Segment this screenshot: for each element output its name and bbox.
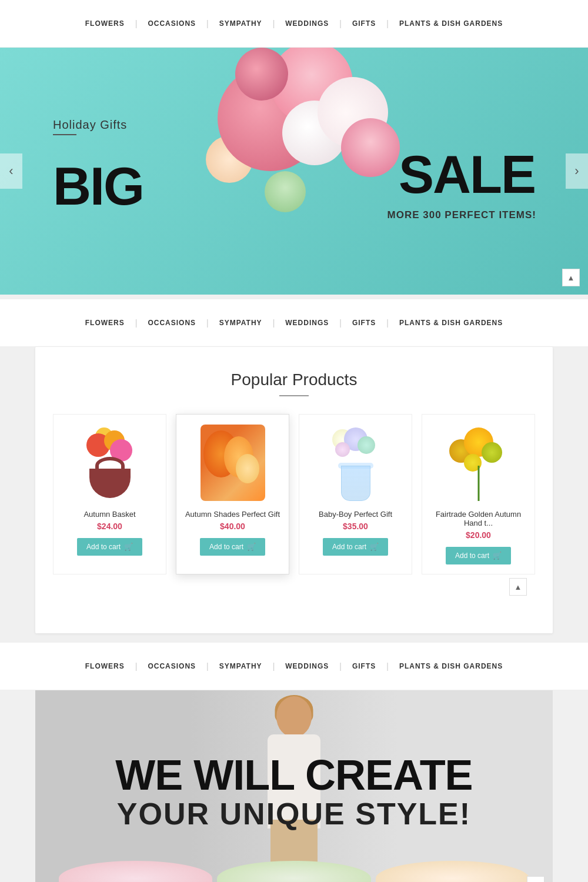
third-navigation: FLOWERS | OCCASIONS | SYMPATHY | WEDDING… [0,643,588,690]
hero-bouquet [171,48,417,295]
golden-stem [477,466,479,501]
hero-tag-area: Holiday Gifts [53,118,127,147]
slider-prev-button[interactable]: ‹ [0,153,22,189]
banner-flower-pile-2 [217,861,370,882]
add-to-cart-label-3: Add to cart [455,552,489,560]
nav2-sympathy[interactable]: SYMPATHY [209,319,273,327]
banner-text-area: WE WILL CREATE YOUR UNIQUE STYLE! [65,754,523,831]
nav-gifts[interactable]: GIFTS [342,19,386,28]
banner-flower-pile-3 [376,861,529,882]
banner-flowers [59,849,529,882]
nav3-plants[interactable]: PLANTS & DISH GARDENS [389,662,513,670]
vase-flower-4 [335,442,350,457]
flower-illustration-vase [329,425,382,501]
add-to-cart-label-0: Add to cart [86,543,121,551]
nav-bar-3: FLOWERS | OCCASIONS | SYMPATHY | WEDDING… [0,651,588,681]
second-navigation: FLOWERS | OCCASIONS | SYMPATHY | WEDDING… [0,299,588,347]
cart-icon-2: 🛒 [370,543,379,551]
product-image-autumn-basket [59,422,160,504]
nav2-flowers[interactable]: FLOWERS [75,319,135,327]
add-to-cart-label-1: Add to cart [209,543,243,551]
product-name-3: Fairtrade Golden Autumn Hand t... [428,510,529,527]
scroll-top-button-products[interactable]: ▲ [509,578,527,596]
nav2-occasions[interactable]: OCCASIONS [137,319,206,327]
nav-sympathy[interactable]: SYMPATHY [209,19,273,28]
popular-products-section: Popular Products Autumn Basket $24.00 [35,347,553,633]
add-to-cart-button-2[interactable]: Add to cart 🛒 [323,538,388,556]
hero-subtitle: MORE 300 PERFECT ITEMS! [387,209,536,221]
golden-flower-3 [482,442,502,463]
style-banner: WE WILL CREATE YOUR UNIQUE STYLE! ▲ [35,690,553,882]
product-name-0: Autumn Basket [59,510,160,519]
hero-big-text-right: SALE [399,145,535,205]
nav-weddings[interactable]: WEDDINGS [275,19,339,28]
hero-holiday-tag: Holiday Gifts [53,118,127,132]
product-price-0: $24.00 [59,522,160,531]
product-card-autumn-basket[interactable]: Autumn Basket $24.00 Add to cart 🛒 [53,414,166,574]
product-card-autumn-shades[interactable]: Autumn Shades Perfect Gift $40.00 Add to… [176,414,289,574]
product-name-2: Baby-Boy Perfect Gift [305,510,406,519]
products-section-wrapper: FLOWERS | OCCASIONS | SYMPATHY | WEDDING… [0,295,588,638]
product-name-1: Autumn Shades Perfect Gift [182,510,283,519]
flower-illustration-basket [78,427,142,498]
cart-icon-1: 🛒 [247,543,256,551]
nav2-weddings[interactable]: WEDDINGS [275,319,339,327]
flower-pink-small [235,48,288,101]
nav-plants[interactable]: PLANTS & DISH GARDENS [389,19,513,28]
flower-side [341,118,400,177]
nav3-gifts[interactable]: GIFTS [342,662,386,670]
nav-flowers[interactable]: FLOWERS [75,19,135,28]
cart-icon-3: 🛒 [493,552,502,560]
add-to-cart-label-2: Add to cart [332,543,366,551]
cart-icon-0: 🛒 [124,543,133,551]
product-card-golden-autumn[interactable]: Fairtrade Golden Autumn Hand t... $20.00… [422,414,535,574]
banner-section-wrapper: FLOWERS | OCCASIONS | SYMPATHY | WEDDING… [0,638,588,882]
add-to-cart-button-1[interactable]: Add to cart 🛒 [200,538,265,556]
scroll-top-button-banner[interactable]: ▲ [527,876,544,882]
flower-shade-3 [236,454,259,483]
products-grid: Autumn Basket $24.00 Add to cart 🛒 Autum… [53,414,535,574]
add-to-cart-button-0[interactable]: Add to cart 🛒 [77,538,142,556]
product-price-3: $20.00 [428,530,529,540]
hero-banner: Holiday Gifts BIG SALE MORE 300 PERFECT … [0,48,588,295]
nav3-weddings[interactable]: WEDDINGS [275,662,339,670]
flower-green [265,171,306,212]
banner-headline-1: WE WILL CREATE [65,754,523,796]
flower-illustration-shades [201,425,265,501]
vase-flower-3 [358,436,375,454]
nav2-plants[interactable]: PLANTS & DISH GARDENS [389,319,513,327]
person-head [276,696,312,737]
banner-flower-pile-1 [59,861,212,882]
basket-body [89,469,131,498]
nav3-sympathy[interactable]: SYMPATHY [209,662,273,670]
product-image-autumn-shades [182,422,283,504]
banner-headline-2: YOUR UNIQUE STYLE! [65,796,523,831]
products-heading: Popular Products [53,370,535,389]
nav-bar-2: FLOWERS | OCCASIONS | SYMPATHY | WEDDING… [0,308,588,338]
top-navigation: FLOWERS | OCCASIONS | SYMPATHY | WEDDING… [0,0,588,48]
slider-next-button[interactable]: › [566,153,588,189]
products-heading-bar [279,395,309,396]
vase-container [341,466,370,501]
nav2-gifts[interactable]: GIFTS [342,319,386,327]
product-price-1: $40.00 [182,522,283,531]
scroll-top-button-hero[interactable]: ▲ [562,269,580,286]
product-image-baby-boy [305,422,406,504]
nav3-occasions[interactable]: OCCASIONS [137,662,206,670]
nav-bar: FLOWERS | OCCASIONS | SYMPATHY | WEDDING… [0,8,588,39]
nav-occasions[interactable]: OCCASIONS [137,19,206,28]
flower-illustration-golden [446,425,511,501]
add-to-cart-button-3[interactable]: Add to cart 🛒 [446,547,511,564]
nav3-flowers[interactable]: FLOWERS [75,662,135,670]
product-image-golden-autumn [428,422,529,504]
hero-underline [53,134,76,135]
product-price-2: $35.00 [305,522,406,531]
product-card-baby-boy[interactable]: Baby-Boy Perfect Gift $35.00 Add to cart… [299,414,412,574]
hero-big-text-left: BIG [53,156,143,217]
